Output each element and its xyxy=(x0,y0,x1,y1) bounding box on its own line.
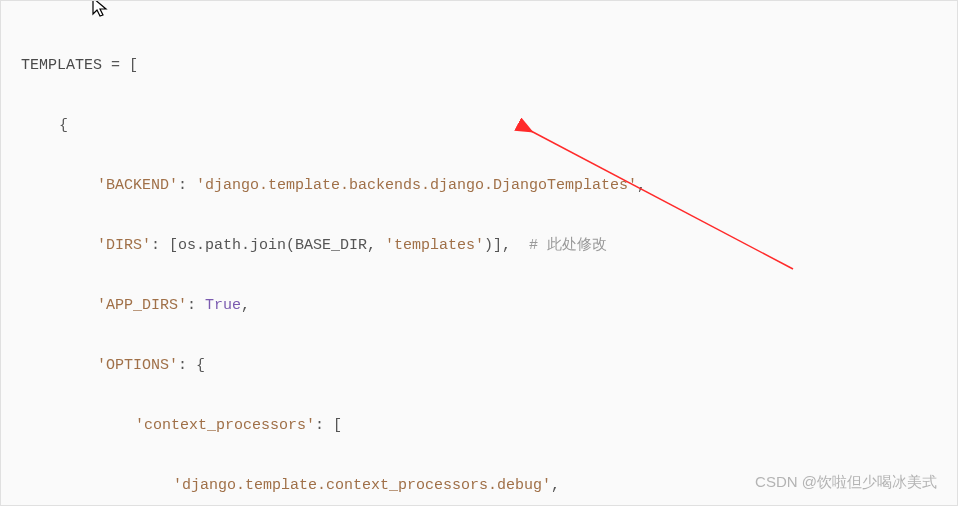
ctx-open: : [ xyxy=(315,417,342,434)
code-block: TEMPLATES = [ { 'BACKEND': 'django.templ… xyxy=(1,1,957,506)
cp-1: 'django.template.context_processors.debu… xyxy=(173,477,551,494)
options-open: : { xyxy=(178,357,205,374)
colon: : xyxy=(178,177,196,194)
dirs-key: 'DIRS' xyxy=(97,237,151,254)
dirs-str: 'templates' xyxy=(385,237,484,254)
ctx-key: 'context_processors' xyxy=(135,417,315,434)
comma: , xyxy=(637,177,646,194)
equals: = [ xyxy=(102,57,138,74)
options-key: 'OPTIONS' xyxy=(97,357,178,374)
true-kw: True xyxy=(205,297,241,314)
comma: , xyxy=(241,297,250,314)
dirs-suffix: )], xyxy=(484,237,529,254)
colon: : xyxy=(187,297,205,314)
dirs-prefix: : [os.path.join(BASE_DIR, xyxy=(151,237,385,254)
open-brace: { xyxy=(59,117,68,134)
var-name: TEMPLATES xyxy=(21,57,102,74)
backend-key: 'BACKEND' xyxy=(97,177,178,194)
appdirs-key: 'APP_DIRS' xyxy=(97,297,187,314)
dirs-comment: # 此处修改 xyxy=(529,237,607,254)
backend-val: 'django.template.backends.django.DjangoT… xyxy=(196,177,637,194)
comma: , xyxy=(551,477,560,494)
